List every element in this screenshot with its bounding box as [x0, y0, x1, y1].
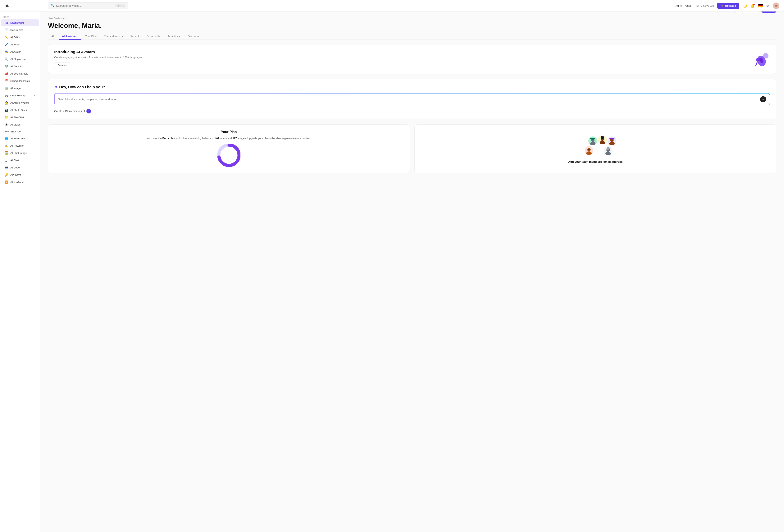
- ai-search-input[interactable]: [58, 98, 758, 101]
- sidebar-item-ai-chat-image[interactable]: 🖼️ AI Chat Image: [1, 149, 39, 157]
- donut-chart: [54, 144, 403, 168]
- ai-chat-icon: 💬: [5, 159, 8, 162]
- upgrade-button[interactable]: ⚡ Upgrade: [717, 3, 739, 9]
- svg-rect-20: [610, 138, 614, 139]
- sidebar-item-ai-chat[interactable]: 💬 AI Chat: [1, 157, 39, 164]
- notification-dot: [753, 4, 755, 5]
- sidebar-item-label: AI Vision: [10, 123, 21, 126]
- sidebar-item-label: AI File Chat: [10, 116, 24, 119]
- sidebar-item-ai-editor[interactable]: ✏️ AI Editor: [1, 34, 39, 41]
- search-bar[interactable]: 🔍 cmd + E: [48, 2, 129, 9]
- ai-help-title: ✦ Hey, How can I help you?: [54, 85, 770, 90]
- tab-all[interactable]: All: [48, 33, 58, 40]
- sidebar-item-ai-avatar[interactable]: 🎭 AI Avatar: [1, 48, 39, 55]
- chat-settings-icon: 💬: [5, 94, 8, 97]
- sidebar-item-label: SEO Tool: [10, 130, 21, 133]
- sidebar-item-ai-photo-studio[interactable]: 📷 AI Photo Studio: [1, 107, 39, 114]
- admin-panel-link[interactable]: Admin Panel: [676, 4, 691, 7]
- chat-settings-plus-icon[interactable]: +: [34, 94, 35, 97]
- ai-writer-icon: 🖊️: [5, 43, 8, 46]
- tab-overview[interactable]: Overview: [184, 33, 202, 40]
- sidebar-item-label: Scheduled Posts: [10, 80, 30, 82]
- sidebar-item-label: AI Chat: [10, 159, 19, 162]
- sidebar-item-ai-social-media[interactable]: 📣 AI Social Media: [1, 70, 39, 77]
- team-card-title: Add your team members' email address: [568, 160, 623, 163]
- sidebar-item-ai-writer[interactable]: 🖊️ AI Writer: [1, 41, 39, 48]
- team-avatar-4: [584, 145, 594, 156]
- banner-subtitle: Create engaging videos with AI avatars a…: [54, 56, 748, 59]
- sidebar-item-label: AI Detector: [10, 65, 23, 68]
- sidebar-item-ai-article-wizard[interactable]: 🧙 AI Article Wizard: [1, 99, 39, 106]
- sidebar-item-ai-code[interactable]: 💻 AI Code: [1, 164, 39, 171]
- dismiss-button[interactable]: Dismiss: [54, 62, 70, 68]
- sidebar-item-label: AI Image: [10, 87, 21, 90]
- sidebar-item-label: API Keys: [10, 173, 21, 176]
- main-content: My Documents + New User Dashboard Welcom…: [40, 11, 784, 532]
- ai-search-go-button[interactable]: →: [760, 96, 766, 102]
- sidebar-item-label: AI Editor: [10, 36, 20, 39]
- tab-team-members[interactable]: Team Members: [101, 33, 126, 40]
- ai-photo-studio-icon: 📷: [5, 108, 8, 112]
- new-button[interactable]: + New: [761, 11, 776, 12]
- tab-your-plan[interactable]: Your Plan: [82, 33, 100, 40]
- topnav: ai. 🔍 cmd + E Admin Panel Trial - 2 Days…: [0, 0, 784, 11]
- api-keys-icon: 🔑: [5, 173, 8, 177]
- page-title: Welcome, Maria.: [48, 22, 776, 30]
- sidebar-item-label: Documents: [10, 29, 23, 31]
- sidebar-item-ai-image[interactable]: 🖼️ AI Image: [1, 85, 39, 92]
- create-blank-plus-icon: +: [86, 109, 91, 113]
- ai-avatar-icon: 🎭: [5, 50, 8, 54]
- notifications-wrap: 🔔: [751, 4, 755, 8]
- ai-editor-icon: ✏️: [5, 35, 8, 39]
- tab-templates[interactable]: Templates: [164, 33, 184, 40]
- team-card: Add your team members' email address: [414, 124, 776, 173]
- banner: Introducing AI Avatars. Create engaging …: [48, 44, 776, 74]
- sidebar-item-chat-settings[interactable]: 💬 Chat Settings +: [1, 92, 39, 99]
- sidebar-item-ai-vision[interactable]: 👁️ AI Vision: [1, 121, 39, 128]
- tab-documents[interactable]: Documents: [143, 33, 164, 40]
- banner-image: [753, 50, 770, 68]
- sidebar-item-api-keys[interactable]: 🔑 API Keys: [1, 171, 39, 178]
- sidebar-item-ai-rewriter[interactable]: ✍️ AI ReWriter: [1, 142, 39, 149]
- svg-point-15: [601, 136, 604, 139]
- logo: ai.: [5, 3, 45, 8]
- sidebar: USER ⊡ Dashboard 📄 Documents ✏️ AI Edito…: [0, 11, 40, 532]
- sidebar-item-ai-youtube[interactable]: ▶️ AI YouTube: [1, 178, 39, 186]
- sidebar-item-ai-detector[interactable]: 🛡️ AI Detector: [1, 63, 39, 70]
- ai-web-chat-icon: 🌐: [5, 137, 8, 140]
- layout: USER ⊡ Dashboard 📄 Documents ✏️ AI Edito…: [0, 11, 784, 532]
- ai-social-media-icon: 📣: [5, 72, 8, 76]
- ai-code-icon: 💻: [5, 166, 8, 169]
- sidebar-item-documents[interactable]: 📄 Documents: [1, 26, 39, 33]
- sidebar-item-scheduled-posts[interactable]: 📅 Scheduled Posts: [1, 78, 39, 85]
- scheduled-posts-icon: 📅: [5, 79, 8, 83]
- language-label[interactable]: En: [766, 4, 769, 7]
- sidebar-item-ai-web-chat[interactable]: 🌐 AI Web Chat: [1, 135, 39, 142]
- sidebar-item-dashboard[interactable]: ⊡ Dashboard: [1, 19, 39, 26]
- documents-icon: 📄: [5, 28, 8, 32]
- tab-ai-assistant[interactable]: AI Assistant: [59, 33, 81, 40]
- svg-point-2: [763, 53, 768, 58]
- avatar[interactable]: JS: [773, 2, 779, 9]
- my-documents-button[interactable]: My Documents: [734, 11, 759, 13]
- svg-point-22: [587, 148, 591, 151]
- theme-toggle-icon[interactable]: 🌙: [743, 4, 747, 8]
- banner-title: Introducing AI Avatars.: [54, 50, 748, 54]
- sidebar-item-label: Chat Settings: [10, 94, 26, 97]
- donut-svg: [218, 144, 241, 167]
- tab-recent[interactable]: Recent: [127, 33, 142, 40]
- plan-description: You have the Entry plan which has a rema…: [54, 136, 403, 140]
- svg-rect-11: [590, 138, 595, 139]
- sidebar-item-ai-file-chat[interactable]: 📁 AI File Chat: [1, 114, 39, 121]
- dashboard-icon: ⊡: [5, 21, 8, 25]
- team-avatars-cluster: [576, 134, 615, 157]
- sidebar-item-ai-plagiarism[interactable]: 🔍 AI Plagiarism: [1, 56, 39, 63]
- sidebar-item-seo-tool[interactable]: SEO SEO Tool: [1, 129, 39, 135]
- create-blank-document[interactable]: Create a Blank Document +: [54, 109, 770, 113]
- ai-image-icon: 🖼️: [5, 86, 8, 90]
- ai-search-bar[interactable]: →: [54, 93, 770, 105]
- sidebar-item-label: Dashboard: [10, 21, 24, 24]
- nav-right: Admin Panel Trial - 2 Days Left ⚡ Upgrad…: [676, 2, 779, 9]
- tabs: All AI Assistant Your Plan Team Members …: [48, 33, 776, 40]
- search-input[interactable]: [56, 4, 114, 7]
